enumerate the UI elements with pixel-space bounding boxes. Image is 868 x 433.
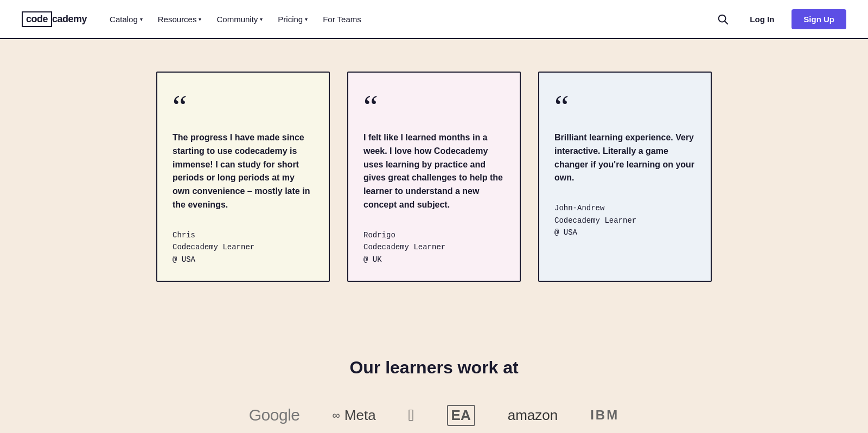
ibm-logo: IBM bbox=[590, 408, 619, 423]
author-role-2: Codecademy Learner bbox=[363, 241, 505, 253]
svg-line-1 bbox=[725, 21, 727, 24]
testimonial-author-2: Rodrigo Codecademy Learner @ UK bbox=[363, 229, 505, 266]
nav-item-for-teams[interactable]: For Teams bbox=[317, 10, 367, 28]
chevron-down-icon: ▾ bbox=[260, 16, 263, 22]
testimonial-card-2: “ I felt like I learned months in a week… bbox=[347, 72, 521, 282]
chevron-down-icon: ▾ bbox=[140, 16, 143, 22]
quote-mark-icon: “ bbox=[173, 90, 314, 122]
logo-code-text: code bbox=[26, 14, 48, 24]
logo-box: code bbox=[22, 11, 52, 27]
companies-row: Google ∞ Meta  EA amazon IBM bbox=[22, 405, 846, 426]
author-name-2: Rodrigo bbox=[363, 229, 505, 241]
author-name-1: Chris bbox=[173, 229, 314, 241]
quote-mark-icon: “ bbox=[363, 90, 505, 122]
testimonial-text-3: Brilliant learning experience. Very inte… bbox=[554, 131, 695, 185]
testimonial-text-2: I felt like I learned months in a week. … bbox=[363, 131, 505, 212]
testimonial-card-1: “ The progress I have made since startin… bbox=[156, 72, 330, 282]
chevron-down-icon: ▾ bbox=[199, 16, 201, 22]
author-role-1: Codecademy Learner bbox=[173, 241, 314, 253]
testimonial-text-1: The progress I have made since starting … bbox=[173, 131, 314, 212]
logo-cademy-text: cademy bbox=[52, 14, 87, 25]
nav-label-catalog: Catalog bbox=[110, 15, 138, 24]
testimonial-card-3: “ Brilliant learning experience. Very in… bbox=[538, 72, 712, 282]
meta-logo-text: Meta bbox=[344, 407, 376, 424]
nav-label-community: Community bbox=[216, 15, 258, 24]
meta-logo: ∞ Meta bbox=[333, 407, 376, 424]
nav-right: Log In Sign Up bbox=[713, 9, 846, 29]
testimonial-author-1: Chris Codecademy Learner @ USA bbox=[173, 229, 314, 266]
nav-label-pricing: Pricing bbox=[278, 15, 303, 24]
ea-logo: EA bbox=[447, 405, 475, 426]
login-button[interactable]: Log In bbox=[743, 10, 781, 28]
amazon-logo-text: amazon bbox=[508, 407, 558, 424]
author-location-3: @ USA bbox=[554, 227, 695, 238]
author-role-3: Codecademy Learner bbox=[554, 215, 695, 227]
chevron-down-icon: ▾ bbox=[305, 16, 308, 22]
author-location-1: @ USA bbox=[173, 254, 314, 266]
nav-links: Catalog ▾ Resources ▾ Community ▾ Pricin… bbox=[104, 10, 713, 28]
apple-icon:  bbox=[409, 406, 414, 424]
nav-item-resources[interactable]: Resources ▾ bbox=[152, 10, 207, 28]
google-logo: Google bbox=[249, 406, 300, 424]
search-icon bbox=[717, 13, 729, 25]
testimonial-author-3: John-Andrew Codecademy Learner @ USA bbox=[554, 202, 695, 238]
nav-label-for-teams: For Teams bbox=[323, 15, 361, 24]
google-logo-text: Google bbox=[249, 406, 300, 424]
meta-icon: ∞ bbox=[333, 409, 340, 422]
nav-item-catalog[interactable]: Catalog ▾ bbox=[104, 10, 148, 28]
nav-label-resources: Resources bbox=[158, 15, 197, 24]
ea-logo-text: EA bbox=[447, 405, 475, 426]
signup-button[interactable]: Sign Up bbox=[792, 9, 846, 29]
companies-section: Our learners work at Google ∞ Meta  EA … bbox=[0, 358, 868, 433]
main-content: “ The progress I have made since startin… bbox=[0, 39, 868, 358]
search-button[interactable] bbox=[713, 9, 732, 29]
companies-title: Our learners work at bbox=[22, 358, 846, 378]
nav-item-pricing[interactable]: Pricing ▾ bbox=[272, 10, 313, 28]
ibm-logo-text: IBM bbox=[590, 408, 619, 423]
apple-logo:  bbox=[409, 406, 414, 424]
navbar: code cademy Catalog ▾ Resources ▾ Commun… bbox=[0, 0, 868, 39]
author-location-2: @ UK bbox=[363, 254, 505, 266]
nav-item-community[interactable]: Community ▾ bbox=[211, 10, 268, 28]
author-name-3: John-Andrew bbox=[554, 202, 695, 214]
logo[interactable]: code cademy bbox=[22, 11, 87, 27]
amazon-logo: amazon bbox=[508, 407, 558, 424]
quote-mark-icon: “ bbox=[554, 90, 695, 122]
testimonials-grid: “ The progress I have made since startin… bbox=[136, 72, 732, 282]
